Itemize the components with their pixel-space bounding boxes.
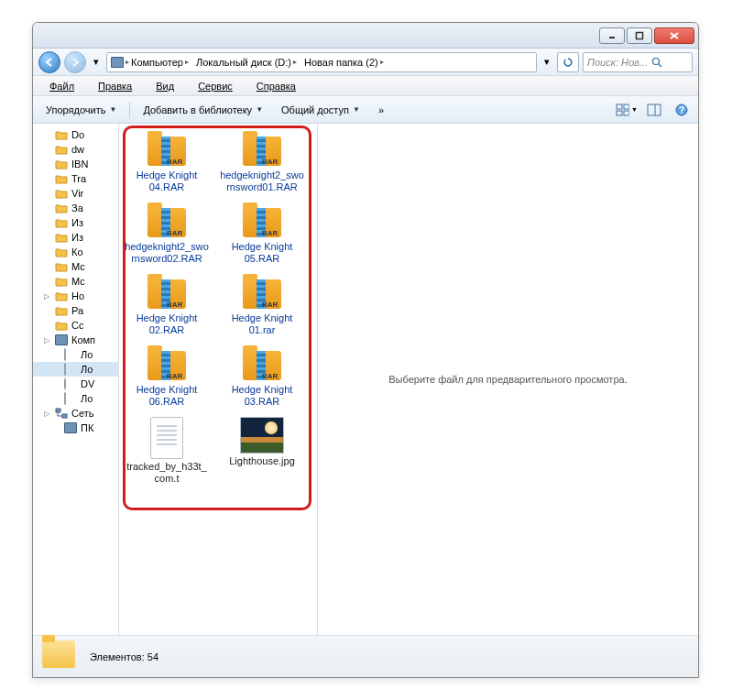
search-placeholder: Поиск: Нов... (587, 57, 648, 68)
sidebar-item[interactable]: Ло (33, 391, 118, 406)
menu-file[interactable]: Файл (38, 79, 85, 93)
file-label: Hedge Knight 05.RAR (220, 241, 304, 265)
sidebar-item[interactable]: Vir (33, 186, 118, 201)
sidebar-item[interactable]: Ра (33, 303, 118, 318)
share-button[interactable]: Общий доступ▼ (274, 102, 367, 118)
expand-icon[interactable]: ▷ (44, 292, 51, 301)
folder-icon (55, 217, 68, 228)
file-label: Lighthouse.jpg (229, 455, 295, 467)
help-button[interactable]: ? (671, 102, 693, 118)
folder-icon (55, 305, 68, 316)
text-file-icon (150, 417, 183, 459)
folder-icon (55, 320, 68, 331)
net-icon (55, 408, 68, 419)
sidebar-item[interactable]: Сс (33, 318, 118, 333)
svg-rect-1 (637, 32, 643, 38)
svg-line-5 (659, 64, 661, 67)
sidebar-item[interactable]: ▷Комп (33, 333, 118, 347)
sidebar-item[interactable]: Мс (33, 259, 118, 274)
svg-rect-9 (624, 111, 629, 115)
rar-icon: RAR (145, 345, 189, 382)
breadcrumb-folder[interactable]: Новая папка (2) ▸ (300, 53, 388, 71)
file-item[interactable]: RARhedgeknight2_swornsword01.RAR (218, 129, 306, 195)
history-dropdown[interactable]: ▾ (90, 53, 103, 71)
sidebar-item[interactable]: ▷Но (33, 289, 118, 303)
svg-text:?: ? (679, 104, 685, 115)
sidebar-item-label: Но (71, 290, 84, 301)
main-area: DodwIBNTraVirЗаИзИзКоМсМс▷НоРаСс▷КомпЛоЛ… (33, 124, 698, 635)
search-input[interactable]: Поиск: Нов... (583, 52, 693, 72)
breadcrumb-disk[interactable]: Локальный диск (D:) ▸ (192, 53, 300, 71)
sidebar-item[interactable]: Tra (33, 171, 118, 186)
back-button[interactable] (38, 51, 60, 73)
file-item[interactable]: RARHedge Knight 02.RAR (123, 272, 211, 338)
forward-button (64, 51, 86, 73)
svg-rect-7 (624, 104, 629, 109)
content-area: RARHedge Knight 04.RARRARhedgeknight2_sw… (119, 124, 698, 635)
preview-pane-button[interactable] (643, 102, 665, 118)
sidebar-item[interactable]: dw (33, 142, 118, 157)
more-commands[interactable]: » (371, 102, 391, 118)
file-item[interactable]: RARHedge Knight 04.RAR (123, 129, 211, 195)
file-item[interactable]: RARHedge Knight 05.RAR (218, 201, 306, 267)
status-folder-icon (42, 640, 79, 673)
file-label: hedgeknight2_swornsword01.RAR (220, 170, 304, 193)
file-item[interactable]: tracked_by_h33t_com.t (123, 415, 211, 487)
sidebar-item[interactable]: IBN (33, 157, 118, 171)
file-item[interactable]: Lighthouse.jpg (218, 415, 306, 487)
address-dropdown[interactable]: ▾ (541, 53, 553, 71)
maximize-button[interactable] (627, 27, 652, 44)
expand-icon[interactable]: ▷ (44, 336, 51, 345)
sidebar-item[interactable]: Ло (33, 347, 118, 362)
expand-icon[interactable]: ▷ (44, 410, 51, 418)
computer-icon (55, 334, 68, 345)
file-item[interactable]: RARHedge Knight 01.rar (218, 272, 306, 338)
titlebar (33, 23, 698, 49)
dvd-icon (64, 378, 77, 389)
file-item[interactable]: RARHedge Knight 06.RAR (123, 344, 211, 410)
navigation-pane[interactable]: DodwIBNTraVirЗаИзИзКоМсМс▷НоРаСс▷КомпЛоЛ… (33, 124, 119, 635)
sidebar-item-label: Из (71, 232, 83, 243)
navigation-row: ▾ ▸ Компьютер ▸ Локальный диск (D:) ▸ Но… (33, 49, 698, 76)
view-options-button[interactable]: ▼ (616, 102, 638, 118)
menu-edit[interactable]: Правка (87, 79, 143, 93)
sidebar-item[interactable]: За (33, 201, 118, 215)
breadcrumb-label: Компьютер (131, 57, 183, 68)
file-grid[interactable]: RARHedge Knight 04.RARRARhedgeknight2_sw… (119, 124, 317, 635)
refresh-button[interactable] (557, 52, 579, 72)
close-button[interactable] (654, 27, 694, 44)
breadcrumb-computer[interactable]: ▸ Компьютер ▸ (107, 53, 192, 71)
preview-pane: Выберите файл для предварительного просм… (317, 124, 698, 635)
sidebar-item-label: Ло (81, 393, 93, 404)
sidebar-item-label: DV (81, 378, 94, 389)
sidebar-item-label: Ло (81, 349, 93, 360)
sidebar-item[interactable]: ПК (33, 421, 118, 435)
sidebar-item[interactable]: Do (33, 127, 118, 142)
sidebar-item[interactable]: Из (33, 215, 118, 230)
folder-icon (55, 144, 68, 155)
sidebar-item[interactable]: Ко (33, 245, 118, 259)
breadcrumb-label: Новая папка (2) (304, 57, 378, 68)
add-to-library-button[interactable]: Добавить в библиотеку▼ (136, 102, 270, 118)
menu-help[interactable]: Справка (246, 79, 307, 93)
menu-tools[interactable]: Сервис (187, 79, 244, 93)
computer-icon (64, 422, 77, 433)
minimize-button[interactable] (599, 27, 625, 44)
sidebar-item-label: Комп (71, 334, 95, 345)
menu-view[interactable]: Вид (145, 79, 185, 93)
sidebar-item-label: Ра (71, 305, 83, 316)
organize-button[interactable]: Упорядочить▼ (38, 102, 124, 118)
sidebar-item[interactable]: Мс (33, 274, 118, 289)
sidebar-item[interactable]: Из (33, 230, 118, 245)
folder-icon (55, 232, 68, 243)
address-bar[interactable]: ▸ Компьютер ▸ Локальный диск (D:) ▸ Нова… (106, 52, 537, 72)
sidebar-item[interactable]: Ло (33, 362, 118, 377)
file-item[interactable]: RARhedgeknight2_swornsword02.RAR (123, 201, 211, 267)
file-item[interactable]: RARHedge Knight 03.RAR (218, 344, 306, 410)
rar-icon: RAR (145, 202, 189, 239)
sidebar-item-label: Vir (71, 188, 83, 199)
sidebar-item[interactable]: ▷Сеть (33, 406, 118, 421)
sidebar-item-label: Сеть (71, 408, 93, 419)
sidebar-item[interactable]: DV (33, 377, 118, 391)
folder-icon (55, 276, 68, 287)
